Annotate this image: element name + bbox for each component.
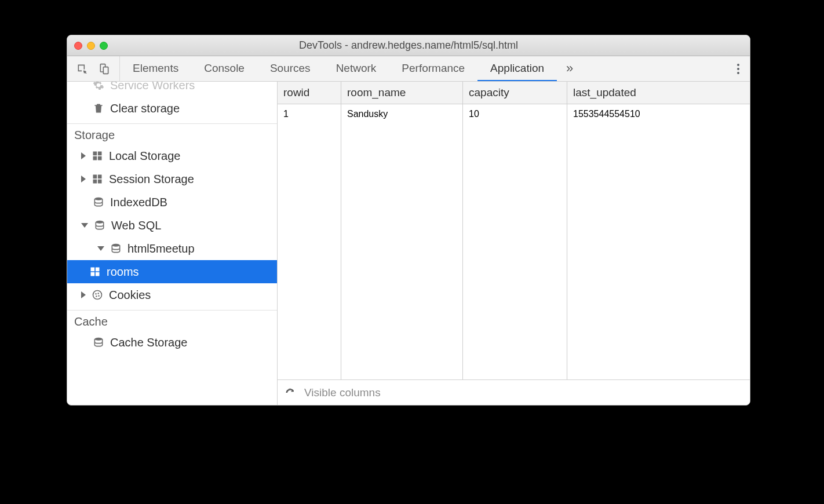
- sidebar-item-label: Local Storage: [109, 149, 180, 163]
- grid-icon: [92, 150, 103, 162]
- sidebar-item-label: Clear storage: [110, 102, 180, 115]
- zoom-window-button[interactable]: [100, 42, 108, 50]
- section-heading-label: Storage: [74, 129, 115, 142]
- toolbar-tabs: Elements Console Sources Network Perform…: [120, 56, 727, 81]
- svg-point-10: [94, 338, 102, 341]
- device-toolbar-icon[interactable]: [99, 63, 110, 75]
- svg-rect-1: [103, 67, 108, 74]
- devtools-window: DevTools - andrew.hedges.name/html5/sql.…: [67, 35, 750, 406]
- database-icon: [110, 243, 122, 254]
- tab-label: Performance: [402, 62, 465, 75]
- sidebar-item-label: Service Workers: [110, 82, 195, 92]
- sidebar-item-html5meetup[interactable]: html5meetup: [67, 237, 277, 260]
- tab-sources[interactable]: Sources: [257, 56, 323, 81]
- cell-last-updated: 1553544554510: [567, 104, 750, 124]
- tab-elements[interactable]: Elements: [120, 56, 191, 81]
- svg-point-9: [98, 295, 100, 297]
- chevron-right-icon: [81, 152, 86, 159]
- tab-label: Network: [336, 62, 377, 75]
- application-sidebar: Service Workers Clear storage Storage Lo…: [67, 82, 278, 405]
- more-options-button[interactable]: [737, 64, 739, 74]
- tab-console: Console: [191, 56, 257, 81]
- inspect-element-icon[interactable]: [76, 63, 88, 75]
- refresh-icon[interactable]: [285, 387, 296, 399]
- database-icon: [93, 337, 104, 348]
- chevron-right-icon: [81, 291, 86, 298]
- sidebar-item-service-workers[interactable]: Service Workers: [67, 82, 277, 97]
- cell-capacity: 10: [463, 104, 567, 124]
- column-header-last-updated[interactable]: last_updated: [567, 82, 750, 104]
- sidebar-item-indexeddb[interactable]: IndexedDB: [67, 191, 277, 214]
- column-header-rowid[interactable]: rowid: [278, 82, 341, 104]
- table-footer: [278, 379, 750, 405]
- gear-icon: [93, 82, 104, 91]
- minimize-window-button[interactable]: [87, 42, 95, 50]
- sidebar-item-label: Session Storage: [109, 173, 194, 186]
- visible-columns-input[interactable]: [304, 386, 743, 399]
- sidebar-item-label: rooms: [107, 265, 139, 279]
- sidebar-item-cache-storage[interactable]: Cache Storage: [67, 331, 277, 354]
- column-header-room-name[interactable]: room_name: [341, 82, 463, 104]
- svg-point-8: [96, 295, 97, 297]
- cell-room-name: Sandusky: [341, 104, 463, 124]
- svg-point-2: [94, 198, 102, 200]
- sidebar-item-label: html5meetup: [127, 242, 195, 255]
- cookie-icon: [92, 289, 103, 301]
- table-row[interactable]: 1 Sandusky 10 1553544554510: [278, 104, 750, 124]
- tab-network[interactable]: Network: [323, 56, 389, 81]
- table-pane: rowid room_name capacity last_updated: [278, 82, 750, 405]
- tab-label: Application: [490, 62, 544, 75]
- window-controls: [74, 42, 108, 50]
- sidebar-item-cookies[interactable]: Cookies: [67, 283, 277, 306]
- trash-icon: [93, 103, 104, 114]
- svg-point-4: [112, 244, 119, 247]
- database-icon: [93, 196, 104, 208]
- sidebar-item-label: Web SQL: [111, 219, 161, 232]
- sidebar-item-clear-storage[interactable]: Clear storage: [67, 97, 277, 120]
- sidebar-item-rooms[interactable]: rooms: [67, 260, 277, 283]
- window-title: DevTools - andrew.hedges.name/html5/sql.…: [67, 39, 750, 52]
- svg-point-7: [97, 293, 99, 294]
- cell-rowid: 1: [278, 104, 341, 124]
- section-heading-cache: Cache: [67, 310, 277, 331]
- grid-icon: [89, 266, 101, 277]
- chevron-right-icon: [81, 176, 86, 182]
- column-header-capacity[interactable]: capacity: [463, 82, 567, 104]
- sidebar-item-local-storage[interactable]: Local Storage: [67, 144, 277, 167]
- titlebar: DevTools - andrew.hedges.name/html5/sql.…: [67, 35, 750, 56]
- tab-label: Console: [204, 62, 245, 75]
- database-icon: [94, 220, 105, 231]
- sidebar-item-label: Cache Storage: [110, 336, 187, 349]
- tab-label: Elements: [133, 62, 178, 75]
- section-heading-label: Cache: [74, 315, 108, 328]
- svg-point-3: [96, 221, 103, 224]
- chevron-down-icon: [97, 246, 104, 251]
- chevron-down-icon: [81, 223, 88, 228]
- table-header: rowid room_name capacity last_updated: [278, 82, 750, 104]
- tab-label: Sources: [270, 62, 311, 75]
- svg-point-5: [93, 291, 102, 300]
- grid-icon: [92, 173, 103, 185]
- close-window-button[interactable]: [74, 42, 82, 50]
- section-heading-storage: Storage: [67, 123, 277, 144]
- toolbar: Elements Console Sources Network Perform…: [67, 56, 750, 82]
- tabs-overflow-button[interactable]: »: [557, 56, 582, 81]
- tab-application[interactable]: Application: [477, 56, 557, 81]
- sidebar-item-label: Cookies: [109, 288, 151, 302]
- sidebar-item-session-storage[interactable]: Session Storage: [67, 167, 277, 191]
- svg-point-6: [95, 293, 97, 295]
- tab-performance[interactable]: Performance: [389, 56, 477, 81]
- sidebar-item-web-sql[interactable]: Web SQL: [67, 214, 277, 237]
- sidebar-item-label: IndexedDB: [110, 196, 167, 209]
